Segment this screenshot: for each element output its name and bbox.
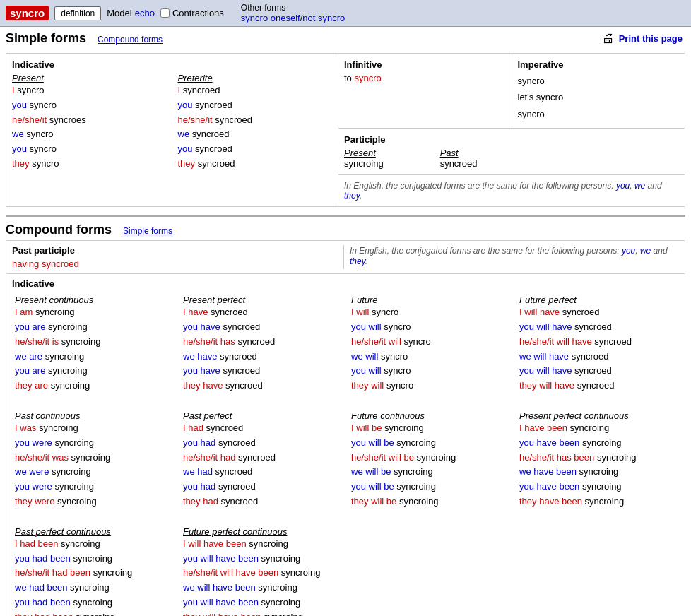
imperative-box: Imperative syncro let's syncro syncro <box>512 54 685 128</box>
other-forms-section: Other forms syncro oneself/not syncro <box>241 3 345 23</box>
simple-forms-header: Simple forms Compound forms <box>6 31 163 46</box>
participle-past: Past syncroed <box>440 148 478 169</box>
participle-past-verb: syncroed <box>440 158 478 169</box>
participle-present-verb: syncroing <box>344 158 384 169</box>
compound-forms-link-top[interactable]: Compound forms <box>98 35 163 45</box>
compound-tenses-grid: Present continuous I am syncroing you ar… <box>12 292 679 616</box>
model-label: Model <box>107 8 131 18</box>
simple-forms-title: Simple forms <box>6 31 86 46</box>
tense-future-perfect-cont: Future perfect continuous I will have be… <box>180 523 343 616</box>
model-section: Model echo <box>107 8 155 18</box>
compound-indicative: Indicative Present continuous I am syncr… <box>6 274 685 616</box>
right-section: Infinitive to syncro Imperative syncro l… <box>338 54 685 206</box>
printer-icon: 🖨 <box>602 31 615 46</box>
tense-future: Future I will syncro you will syncro he/… <box>348 292 511 396</box>
past-participle-heading: Past participle <box>12 245 338 256</box>
tense-label-present-cont: Present continuous <box>15 295 172 305</box>
tense-present-continuous: Present continuous I am syncroing you ar… <box>12 292 175 396</box>
infinitive-heading: Infinitive <box>344 59 506 70</box>
compound-indicative-heading: Indicative <box>12 278 679 289</box>
present-column: Present I syncro you syncro he/she/it sy… <box>12 73 167 172</box>
preterite-label: Preterite <box>178 73 213 83</box>
past-participle-section: Past participle having syncroed In Engli… <box>6 241 685 274</box>
tense-future-perfect: Future perfect I will have syncroed you … <box>516 292 679 396</box>
print-link[interactable]: Print this page <box>619 33 683 44</box>
tense-past-perfect: Past perfect I had syncroed you had sync… <box>180 408 343 512</box>
not-syncro-link[interactable]: not syncro <box>302 13 345 23</box>
tense-label-past-perf-cont: Past perfect continuous <box>15 526 172 537</box>
conj-he-pret: he/she/it syncroed <box>178 113 333 128</box>
tense-label-past-cont: Past continuous <box>15 410 172 421</box>
conj-i-present: I syncro <box>12 83 167 98</box>
preterite-conjugation: I syncroed you syncroed he/she/it syncro… <box>178 83 333 172</box>
preterite-column: Preterite I syncroed you syncroed he/she… <box>178 73 333 172</box>
conj-they-present: they syncro <box>12 157 167 172</box>
participle-inner: Present syncroing Past syncroed <box>344 148 679 169</box>
infinitive-value: to syncro <box>344 73 506 83</box>
conj-you-pret: you syncroed <box>178 98 333 113</box>
imperative-line2: let's syncro <box>518 89 680 105</box>
past-participle-value: having syncroed <box>12 259 338 269</box>
conj-they-pret: they syncroed <box>178 157 333 172</box>
other-forms-links: syncro oneself/not syncro <box>241 13 345 23</box>
tense-label-future-cont: Future continuous <box>351 410 508 421</box>
tense-label-pres-perf-cont: Present perfect continuous <box>519 410 676 421</box>
indicative-heading: Indicative <box>12 59 332 70</box>
tense-label-future-perf: Future perfect <box>519 295 676 305</box>
conj-you2-pret: you syncroed <box>178 142 333 157</box>
conj-you-present: you syncro <box>12 98 167 113</box>
imperative-line1: syncro <box>518 73 680 89</box>
tense-past-perfect-cont: Past perfect continuous I had been syncr… <box>12 523 175 616</box>
syncro-logo[interactable]: syncro <box>6 6 49 20</box>
imperative-line3: syncro <box>518 106 680 122</box>
definition-button[interactable]: definition <box>54 6 101 20</box>
tense-present-perfect: Present perfect I have syncroed you have… <box>180 292 343 396</box>
imperative-heading: Imperative <box>518 59 680 70</box>
participle-present: Present syncroing <box>344 148 384 169</box>
tense-future-continuous: Future continuous I will be syncroing yo… <box>348 408 511 512</box>
having-syncroed-link[interactable]: having syncroed <box>12 259 79 269</box>
infinitive-imperative: Infinitive to syncro Imperative syncro l… <box>338 54 685 129</box>
past-participle-right: In English, the conjugated forms are the… <box>344 245 679 269</box>
tense-present-perfect-cont: Present perfect continuous I have been s… <box>516 408 679 512</box>
tense-empty <box>348 523 511 616</box>
conj-we-pret: we syncroed <box>178 127 333 142</box>
syncro-oneself-link[interactable]: syncro oneself <box>241 13 300 23</box>
conj-you2-present: you syncro <box>12 142 167 157</box>
participle-present-label: Present <box>344 148 384 158</box>
simple-forms-content: Indicative Present I syncro you syncro h… <box>6 53 685 207</box>
participle-heading: Participle <box>344 134 679 145</box>
tense-label-fut-perf-cont: Future perfect continuous <box>183 526 340 537</box>
compound-forms-title: Compound forms <box>6 223 112 237</box>
present-conjugation: I syncro you syncro he/she/it syncroes w… <box>12 83 167 172</box>
english-note-simple: In English, the conjugated forms are the… <box>338 175 685 206</box>
contractions-section: Contractions <box>160 8 224 18</box>
tense-label-future: Future <box>351 295 508 305</box>
section-divider <box>6 215 685 217</box>
english-note-text: In English, the conjugated forms are the… <box>344 181 662 201</box>
conj-i-pret: I syncroed <box>178 83 333 98</box>
contractions-label[interactable]: Contractions <box>172 8 224 18</box>
compound-forms-area: Past participle having syncroed In Engli… <box>6 240 685 616</box>
tense-label-past-perf: Past perfect <box>183 410 340 421</box>
english-note-compound: In English, the conjugated forms are the… <box>350 246 668 266</box>
simple-forms-header-row: Simple forms Compound forms 🖨 Print this… <box>6 31 685 49</box>
page-header: syncro definition Model echo Contraction… <box>0 0 691 27</box>
indicative-section: Indicative Present I syncro you syncro h… <box>6 54 338 206</box>
print-area: 🖨 Print this page <box>602 31 683 46</box>
infinitive-box: Infinitive to syncro <box>338 54 512 128</box>
conj-we-present: we syncro <box>12 127 167 142</box>
compound-forms-header: Compound forms Simple forms <box>6 223 685 237</box>
participle-past-label: Past <box>440 148 478 158</box>
indicative-columns: Present I syncro you syncro he/she/it sy… <box>12 73 332 172</box>
tense-label-present-perf: Present perfect <box>183 295 340 305</box>
simple-forms-link-top[interactable]: Simple forms <box>123 226 172 236</box>
contractions-checkbox[interactable] <box>160 8 170 18</box>
participle-box: Participle Present syncroing Past syncro… <box>338 129 685 175</box>
other-forms-label: Other forms <box>241 3 345 13</box>
past-participle-left: Past participle having syncroed <box>12 245 344 269</box>
conj-he-present: he/she/it syncroes <box>12 113 167 128</box>
main-content: Simple forms Compound forms 🖨 Print this… <box>0 27 691 616</box>
model-echo-link[interactable]: echo <box>135 8 155 18</box>
infinitive-verb[interactable]: syncro <box>354 73 381 83</box>
